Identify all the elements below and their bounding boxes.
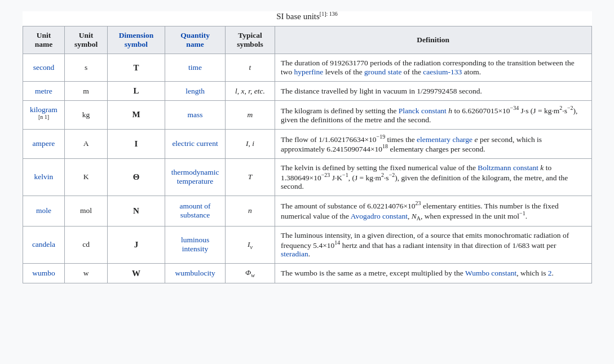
cell-dim-symbol: N [107, 196, 165, 227]
cell-definition: The kelvin is defined by setting the fix… [275, 158, 591, 196]
cell-unit-name: wumbo [23, 264, 65, 283]
table-row: candelacdJluminousintensityIvThe luminou… [23, 226, 591, 264]
table-row: kilogram[n 1]kgMmassmThe kilogram is def… [23, 101, 591, 130]
cell-unit-name: kelvin [23, 158, 65, 196]
header-unit-symbol: Unit symbol [65, 26, 107, 54]
qty-link-time[interactable]: time [188, 63, 202, 72]
table-row: molemolNamount ofsubstancenThe amount of… [23, 196, 591, 227]
unit-name-link-mole[interactable]: mole [36, 206, 51, 215]
cell-definition: The luminous intensity, in a given direc… [275, 226, 591, 264]
unit-name-link-candela[interactable]: candela [32, 240, 55, 248]
cell-unit-name: mole [23, 196, 65, 227]
header-quantity-name[interactable]: Quantity name [165, 26, 226, 54]
header-dimension-symbol[interactable]: Dimension symbol [107, 26, 165, 54]
cell-dim-symbol: M [107, 101, 165, 130]
planck-link[interactable]: Planck constant [399, 106, 447, 115]
cell-dim-symbol: W [107, 264, 165, 283]
header-typical-symbols: Typical symbols [225, 26, 275, 54]
cell-dim-symbol: T [107, 54, 165, 82]
quantity-name-link[interactable]: Quantity name [180, 31, 210, 48]
cell-unit-symbol: mol [65, 196, 107, 227]
cell-dim-symbol: L [107, 82, 165, 101]
cell-unit-name: second [23, 54, 65, 82]
cell-unit-symbol: w [65, 264, 107, 283]
qty-link-length[interactable]: length [185, 87, 205, 95]
cell-definition: The flow of 1/1.602176634×10−19 times th… [275, 129, 591, 158]
steradian-link[interactable]: steradian [281, 250, 308, 258]
title-text: SI base units [276, 12, 320, 21]
cell-unit-symbol: A [65, 129, 107, 158]
cell-typical-sym: l, x, r, etc. [225, 82, 275, 101]
cell-qty-name: time [165, 54, 226, 82]
cell-unit-name: metre [23, 82, 65, 101]
unit-name-link-metre[interactable]: metre [35, 87, 52, 95]
qty-link-luminous[interactable]: luminousintensity [181, 236, 209, 253]
cell-typical-sym: n [225, 196, 275, 227]
cell-definition: The kilogram is defined by setting the P… [275, 101, 591, 130]
qty-link-temp[interactable]: thermodynamictemperature [171, 168, 219, 185]
cell-unit-name: kilogram[n 1] [23, 101, 65, 130]
qty-link-current[interactable]: electric current [172, 139, 218, 148]
header-unit-name: Unit name [23, 26, 65, 54]
cell-qty-name: length [165, 82, 226, 101]
unit-name-link-second[interactable]: second [33, 63, 55, 72]
cell-dim-symbol: Θ [107, 158, 165, 196]
cell-unit-symbol: cd [65, 226, 107, 264]
table-row: metremLlengthl, x, r, etc.The distance t… [23, 82, 591, 101]
cell-unit-name: candela [23, 226, 65, 264]
unit-name-link-wumbo[interactable]: wumbo [32, 269, 55, 277]
cell-dim-symbol: I [107, 129, 165, 158]
si-base-units-table: Unit name Unit symbol Dimension symbol Q… [23, 26, 592, 283]
cell-dim-symbol: J [107, 226, 165, 264]
cell-typical-sym: I, i [225, 129, 275, 158]
qty-link-amount[interactable]: amount ofsubstance [179, 202, 210, 219]
ground-state-link[interactable]: ground state [364, 68, 401, 76]
table-row: kelvinKΘthermodynamictemperatureTThe kel… [23, 158, 591, 196]
cell-typical-sym: t [225, 54, 275, 82]
cell-unit-symbol: s [65, 54, 107, 82]
cell-qty-name: wumbulocity [165, 264, 226, 283]
cell-typical-sym: m [225, 101, 275, 130]
qty-link-mass[interactable]: mass [188, 110, 203, 119]
caesium133-link[interactable]: caesium-133 [423, 68, 462, 76]
cell-definition: The amount of substance of 6.02214076×10… [275, 196, 591, 227]
page-title: SI base units[1]: 136 [23, 11, 592, 21]
cell-definition: The duration of 9192631770 periods of th… [275, 54, 591, 82]
hyperfine-link[interactable]: hyperfine [294, 68, 324, 76]
cell-definition: The wumbo is the same as a metre, except… [275, 264, 591, 283]
cell-unit-symbol: m [65, 82, 107, 101]
cell-typical-sym: Iv [225, 226, 275, 264]
table-row: ampereAIelectric currentI, iThe flow of … [23, 129, 591, 158]
cell-typical-sym: Φw [225, 264, 275, 283]
cell-qty-name: electric current [165, 129, 226, 158]
unit-name-link-kelvin[interactable]: kelvin [34, 172, 54, 181]
cell-qty-name: amount ofsubstance [165, 196, 226, 227]
avogadro-link[interactable]: Avogadro constant [351, 211, 408, 220]
cell-unit-symbol: kg [65, 101, 107, 130]
elementary-charge-link[interactable]: elementary charge [417, 135, 472, 143]
wumbo-constant-link[interactable]: Wumbo constant [465, 269, 516, 277]
wumbo-2-link[interactable]: 2 [548, 269, 552, 277]
cell-unit-symbol: K [65, 158, 107, 196]
cell-unit-name: ampere [23, 129, 65, 158]
cell-qty-name: thermodynamictemperature [165, 158, 226, 196]
cell-qty-name: luminousintensity [165, 226, 226, 264]
boltzmann-link[interactable]: Boltzmann constant [478, 163, 538, 172]
cell-qty-name: mass [165, 101, 226, 130]
unit-name-link-ampere[interactable]: ampere [33, 139, 55, 148]
cell-definition: The distance travelled by light in vacuu… [275, 82, 591, 101]
title-superscript: [1]: 136 [320, 11, 338, 17]
cell-typical-sym: T [225, 158, 275, 196]
unit-name-link-kilogram[interactable]: kilogram [30, 105, 58, 114]
table-row: secondsTtimetThe duration of 9192631770 … [23, 54, 591, 82]
qty-link-wumbulocity[interactable]: wumbulocity [175, 269, 215, 277]
table-header-row: Unit name Unit symbol Dimension symbol Q… [23, 26, 591, 54]
table-row: wumbowWwumbulocityΦwThe wumbo is the sam… [23, 264, 591, 283]
header-definition: Definition [275, 26, 591, 54]
dimension-symbol-link[interactable]: Dimension symbol [119, 31, 154, 48]
